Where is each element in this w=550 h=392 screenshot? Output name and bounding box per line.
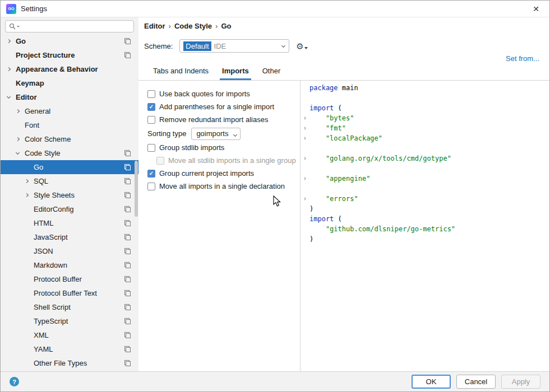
titlebar: GO Settings ✕: [1, 1, 549, 17]
sidebar-item-json[interactable]: JSON: [1, 244, 138, 258]
dialog-body: GoProject StructureAppearance & Behavior…: [1, 17, 549, 371]
fold-chevron-icon[interactable]: [301, 157, 308, 160]
breadcrumb-item-editor[interactable]: Editor: [144, 22, 165, 30]
sidebar-item-code-style[interactable]: Code Style: [1, 146, 138, 160]
sidebar-item-protocol-buffer-text[interactable]: Protocol Buffer Text: [1, 286, 138, 300]
sidebar-item-markdown[interactable]: Markdown: [1, 258, 138, 272]
option-add-parentheses-for-a-single-import[interactable]: ✓Add parentheses for a single import: [147, 100, 300, 113]
scheme-value: Default: [183, 41, 211, 51]
sidebar-item-general[interactable]: General: [1, 104, 138, 118]
option-remove-redundant-import-aliases[interactable]: Remove redundant import aliases: [147, 113, 300, 126]
checkbox-unchecked-icon[interactable]: [147, 144, 155, 152]
option-group-stdlib-imports[interactable]: Group stdlib imports: [147, 141, 300, 154]
breadcrumb-item-go[interactable]: Go: [221, 22, 231, 30]
code-line: package main: [301, 83, 549, 93]
settings-window: GO Settings ✕ GoProject StructureAppeara…: [0, 0, 550, 392]
tab-tabs-and-indents[interactable]: Tabs and Indents: [146, 67, 215, 80]
sidebar-item-html[interactable]: HTML: [1, 216, 138, 230]
search-box[interactable]: [5, 20, 134, 32]
sidebar-item-appearance-behavior[interactable]: Appearance & Behavior: [1, 62, 138, 76]
sidebar-item-protocol-buffer[interactable]: Protocol Buffer: [1, 272, 138, 286]
checkbox-unchecked-icon[interactable]: [156, 157, 164, 165]
search-input[interactable]: [21, 22, 130, 30]
chevron-down-icon[interactable]: [5, 96, 12, 98]
sidebar-item-color-scheme[interactable]: Color Scheme: [1, 132, 138, 146]
sidebar-item-label: Code Style: [25, 149, 61, 157]
chevron-down-icon[interactable]: [14, 152, 21, 154]
code-text: ): [309, 235, 313, 243]
sidebar-item-editor[interactable]: Editor: [1, 90, 138, 104]
tab-other[interactable]: Other: [256, 67, 288, 80]
sidebar-item-go[interactable]: Go: [1, 160, 138, 174]
breadcrumb-item-code-style[interactable]: Code Style: [174, 22, 212, 30]
sidebar-item-label: Font: [25, 121, 39, 129]
chevron-right-icon[interactable]: [23, 194, 30, 197]
schema-copy-icon: [124, 206, 131, 212]
code-line: "golang.org/x/tools/cmd/gotype": [301, 153, 549, 164]
fold-chevron-icon[interactable]: [301, 117, 308, 119]
sidebar-item-yaml[interactable]: YAML: [1, 342, 138, 356]
checkbox-checked-icon[interactable]: ✓: [147, 170, 155, 178]
code-text: ): [309, 205, 313, 213]
sidebar-item-keymap[interactable]: Keymap: [1, 76, 138, 90]
chevron-right-icon[interactable]: [14, 110, 21, 113]
chevron-right-icon[interactable]: [5, 40, 12, 43]
goland-logo-icon: GO: [6, 4, 16, 14]
checkbox-unchecked-icon[interactable]: [147, 116, 155, 124]
code-line: "bytes": [301, 113, 549, 123]
chevron-right-icon[interactable]: [14, 138, 21, 141]
checkbox-checked-icon[interactable]: ✓: [147, 103, 155, 111]
sidebar-item-font[interactable]: Font: [1, 118, 138, 132]
code-line: "appengine": [301, 174, 549, 184]
fold-chevron-icon[interactable]: [301, 178, 308, 180]
option-move-all-imports-in-a-single-declaration[interactable]: Move all imports in a single declaration: [147, 180, 300, 193]
scheme-row: Scheme: Default IDE ⚙: [144, 39, 549, 53]
tab-imports[interactable]: Imports: [215, 67, 256, 80]
sidebar-item-label: JSON: [34, 247, 53, 255]
fold-chevron-icon[interactable]: [301, 137, 308, 139]
code-line: "fmt": [301, 123, 549, 133]
sidebar-item-label: JavaScript: [34, 233, 68, 241]
sidebar-item-typescript[interactable]: TypeScript: [1, 314, 138, 328]
sidebar-item-sql[interactable]: SQL: [1, 174, 138, 188]
option-label: Move all imports in a single declaration: [159, 182, 285, 190]
help-icon[interactable]: ?: [10, 377, 19, 386]
scheme-dropdown[interactable]: Default IDE: [179, 39, 289, 53]
sidebar-item-go[interactable]: Go: [1, 34, 138, 48]
option-use-back-quotes-for-imports[interactable]: Use back quotes for imports: [147, 87, 300, 100]
sidebar-item-xml[interactable]: XML: [1, 328, 138, 342]
sorting-type-dropdown[interactable]: goimports: [191, 128, 241, 140]
code-line: [301, 143, 549, 153]
fold-chevron-icon[interactable]: [301, 127, 308, 129]
sidebar-scrollbar[interactable]: [135, 161, 138, 217]
sidebar-item-label: Markdown: [34, 261, 67, 269]
chevron-right-icon[interactable]: [5, 68, 12, 71]
set-from-link[interactable]: Set from...: [506, 54, 539, 63]
code-text: package main: [309, 84, 358, 92]
schema-copy-icon: [124, 52, 131, 58]
chevron-right-icon[interactable]: [23, 180, 30, 183]
sidebar-item-other-file-types[interactable]: Other File Types: [1, 356, 138, 370]
apply-button[interactable]: Apply: [501, 375, 540, 389]
option-label: Sorting type: [147, 129, 186, 138]
sidebar-item-editorconfig[interactable]: EditorConfig: [1, 202, 138, 216]
gear-icon[interactable]: ⚙: [296, 42, 307, 50]
sidebar-item-javascript[interactable]: JavaScript: [1, 230, 138, 244]
sidebar-item-style-sheets[interactable]: Style Sheets: [1, 188, 138, 202]
sidebar-item-label: Shell Script: [34, 303, 71, 311]
cancel-button[interactable]: Cancel: [456, 375, 496, 389]
code-line: ): [301, 234, 549, 244]
checkbox-unchecked-icon[interactable]: [147, 90, 155, 98]
close-icon[interactable]: ✕: [528, 3, 544, 15]
sidebar-item-shell-script[interactable]: Shell Script: [1, 300, 138, 314]
option-move-all-stdlib-imports-in-a-single-group[interactable]: Move all stdlib imports in a single grou…: [147, 154, 300, 167]
sidebar-item-label: HTML: [34, 219, 53, 227]
window-title: Settings: [21, 4, 47, 13]
option-group-current-project-imports[interactable]: ✓Group current project imports: [147, 167, 300, 180]
code-text: "github.com/dlsniper/go-metrics": [309, 225, 455, 233]
option-label: Remove redundant import aliases: [159, 115, 268, 124]
checkbox-unchecked-icon[interactable]: [147, 183, 155, 190]
fold-chevron-icon[interactable]: [301, 198, 308, 200]
sidebar-item-project-structure[interactable]: Project Structure: [1, 48, 138, 62]
ok-button[interactable]: OK: [412, 375, 451, 389]
